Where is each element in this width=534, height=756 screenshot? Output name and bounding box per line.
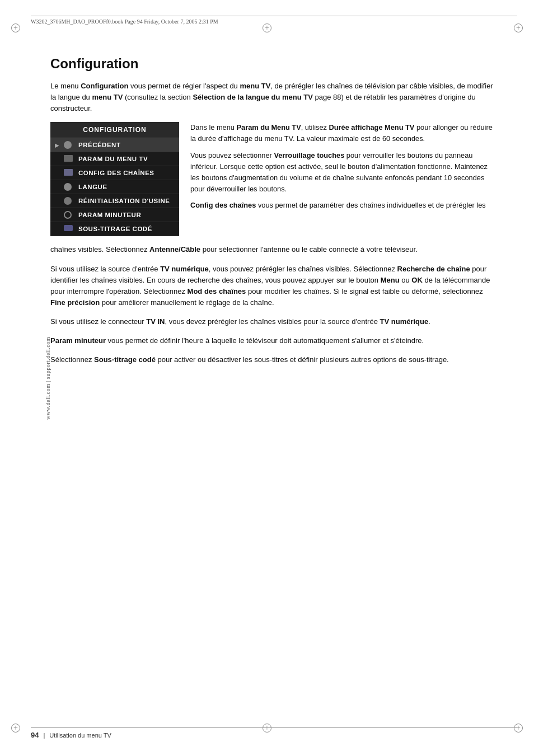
header-text: W3202_3706MH_DAO_PROOFf0.book Page 94 Fr… <box>31 18 517 25</box>
intro-paragraph: Le menu Configuration vous permet de rég… <box>50 81 495 114</box>
menu-arrow-empty5 <box>55 212 59 218</box>
menu-label-reinitialisation: RÉINITIALISATION D'USINE <box>78 198 170 204</box>
top-header: W3202_3706MH_DAO_PROOFf0.book Page 94 Fr… <box>31 16 517 25</box>
para-tv-in: Si vous utilisez le connecteur TV IN, vo… <box>50 316 495 327</box>
menu-label-langue: LANGUE <box>78 184 107 190</box>
menu-label-config-chaines: CONFIG DES CHAÎNES <box>78 170 154 176</box>
menu-item-config-chaines[interactable]: CONFIG DES CHAÎNES <box>50 166 179 180</box>
menu-header: CONFIGURATION <box>50 122 179 138</box>
reg-mark-tc <box>263 24 271 32</box>
page-title: Configuration <box>50 56 495 72</box>
menu-icon-cc <box>64 225 74 233</box>
sidebar-url: www.dell.com | support.dell.com <box>45 337 51 420</box>
menu-icon-rect <box>64 155 74 163</box>
page-footer: 94 | Utilisation du menu TV <box>31 727 517 739</box>
reg-mark-tr <box>514 24 523 32</box>
menu-item-reinitialisation[interactable]: RÉINITIALISATION D'USINE <box>50 194 179 208</box>
menu-arrow-empty2 <box>55 170 59 176</box>
menu-item-param-minuteur[interactable]: PARAM MINUTEUR <box>50 208 179 222</box>
menu-label-sous-titrage: SOUS-TITRAGE CODÉ <box>78 226 152 232</box>
page: W3202_3706MH_DAO_PROOFf0.book Page 94 Fr… <box>0 0 534 756</box>
menu-icon-circle <box>64 141 74 149</box>
para-param-minuteur: Param minuteur vous permet de définir l'… <box>50 335 495 346</box>
menu-arrow-empty4 <box>55 198 59 204</box>
menu-item-param-menu-tv[interactable]: PARAM DU MENU TV <box>50 152 179 166</box>
menu-item-sous-titrage[interactable]: SOUS-TITRAGE CODÉ <box>50 222 179 236</box>
menu-item-precedent[interactable]: ▶ PRÉCÉDENT <box>50 138 179 152</box>
para-sous-titrage: Sélectionnez Sous-titrage codé pour acti… <box>50 354 495 365</box>
description-column: Dans le menu Param du Menu TV, utilisez … <box>190 122 495 217</box>
footer-separator: | <box>43 732 45 739</box>
menu-arrow-empty6 <box>55 226 59 232</box>
main-content: Configuration Le menu Configuration vous… <box>50 56 495 366</box>
reg-mark-bl <box>11 724 20 732</box>
desc-verrouillage: Vous pouvez sélectionner Verrouillage to… <box>190 150 495 194</box>
menu-arrow-empty <box>55 156 59 162</box>
menu-icon-clock <box>64 211 74 219</box>
menu-label-precedent: PRÉCÉDENT <box>78 142 120 148</box>
desc-param-menu-tv: Dans le menu Param du Menu TV, utilisez … <box>190 122 495 144</box>
menu-label-param-minuteur: PARAM MINUTEUR <box>78 212 141 218</box>
desc-config-chaines: Config des chaînes vous permet de paramé… <box>190 200 495 211</box>
reg-mark-tl <box>11 24 20 32</box>
menu-arrow-icon: ▶ <box>55 142 59 148</box>
menu-label-param-menu-tv: PARAM DU MENU TV <box>78 156 148 162</box>
para-tv-numerique: Si vous utilisez la source d'entrée TV n… <box>50 264 495 309</box>
menu-arrow-empty3 <box>55 184 59 190</box>
menu-icon-rect2 <box>64 169 74 177</box>
two-col-layout: CONFIGURATION ▶ PRÉCÉDENT PARAM DU MENU … <box>50 122 495 236</box>
configuration-menu: CONFIGURATION ▶ PRÉCÉDENT PARAM DU MENU … <box>50 122 179 236</box>
menu-icon-gear <box>64 183 74 191</box>
page-number: 94 <box>31 731 39 739</box>
menu-icon-gear2 <box>64 197 74 205</box>
footer-section-title: Utilisation du menu TV <box>49 732 111 739</box>
para-config-chaines-cont: chaînes visibles. Sélectionnez Antenne/C… <box>50 244 495 255</box>
menu-item-langue[interactable]: LANGUE <box>50 180 179 194</box>
